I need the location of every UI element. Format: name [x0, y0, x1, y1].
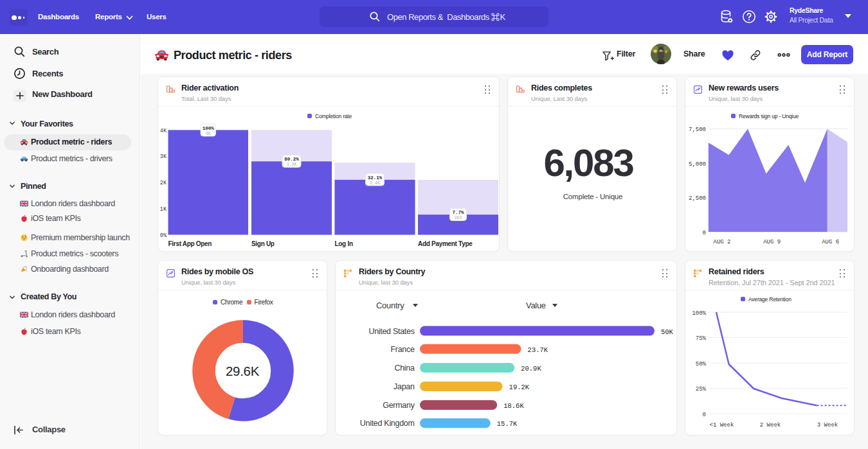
- svg-text:50%: 50%: [696, 361, 707, 367]
- svg-text:100%: 100%: [203, 126, 215, 131]
- svg-text:3K: 3K: [160, 154, 167, 160]
- svg-text:First App Open: First App Open: [168, 240, 212, 247]
- svg-text:AUG 2: AUG 2: [713, 239, 730, 245]
- svg-text:Log In: Log In: [335, 240, 353, 247]
- svg-text:19.2K: 19.2K: [509, 383, 530, 391]
- svg-text:25%: 25%: [696, 386, 707, 392]
- svg-text:3.2K: 3.2K: [287, 163, 297, 167]
- svg-text:50K: 50K: [661, 328, 674, 336]
- svg-text:1K: 1K: [160, 206, 167, 213]
- svg-text:7,500: 7,500: [689, 127, 706, 133]
- svg-text:23.7K: 23.7K: [528, 346, 548, 354]
- svg-text:4K: 4K: [206, 132, 211, 136]
- svg-text:United States: United States: [368, 327, 414, 336]
- svg-text:5,000: 5,000: [689, 161, 706, 168]
- svg-text:75%: 75%: [696, 335, 707, 342]
- svg-text:2.4K: 2.4K: [370, 181, 380, 186]
- svg-text:<1 Week: <1 Week: [709, 422, 734, 428]
- svg-text:AUG 6: AUG 6: [822, 239, 839, 245]
- svg-text:20.9K: 20.9K: [521, 365, 541, 373]
- svg-text:0%: 0%: [160, 233, 167, 239]
- svg-text:100%: 100%: [692, 310, 706, 317]
- svg-text:32.1%: 32.1%: [368, 175, 383, 180]
- svg-text:Sign Up: Sign Up: [251, 240, 275, 247]
- svg-text:0: 0: [703, 412, 706, 418]
- svg-text:2,500: 2,500: [689, 195, 706, 202]
- svg-text:3 Week: 3 Week: [817, 422, 838, 428]
- svg-text:7.7%: 7.7%: [452, 210, 464, 215]
- svg-text:France: France: [390, 345, 414, 354]
- svg-text:AUG 9: AUG 9: [763, 239, 781, 245]
- svg-text:80.2%: 80.2%: [284, 157, 299, 162]
- svg-text:29.6K: 29.6K: [226, 364, 260, 378]
- svg-text:0: 0: [703, 230, 706, 236]
- svg-text:China: China: [394, 364, 415, 373]
- svg-text:Country: Country: [376, 301, 404, 310]
- svg-text:4K: 4K: [160, 128, 167, 134]
- svg-text:Add Payment Type: Add Payment Type: [418, 240, 473, 247]
- svg-text:Germany: Germany: [383, 401, 415, 410]
- svg-text:15.7K: 15.7K: [497, 420, 518, 428]
- svg-text:2K: 2K: [160, 180, 167, 186]
- svg-text:Value: Value: [526, 301, 546, 310]
- svg-text:Japan: Japan: [393, 382, 415, 391]
- svg-text:282: 282: [455, 216, 462, 220]
- svg-text:2 Week: 2 Week: [760, 422, 781, 428]
- svg-text:18.6K: 18.6K: [503, 402, 524, 410]
- svg-text:United Kingdom: United Kingdom: [360, 419, 415, 428]
